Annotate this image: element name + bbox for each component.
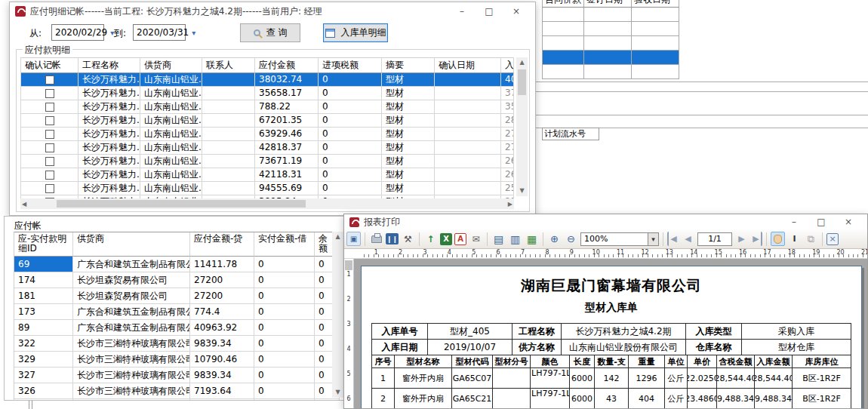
confirm-checkbox[interactable]	[45, 103, 54, 112]
next-page-icon[interactable]: ▶	[734, 232, 749, 246]
vertical-scrollbar[interactable]: ▲ ▼	[332, 232, 343, 398]
hand-tool-icon[interactable]	[771, 232, 785, 246]
table-row[interactable]: 长沙万科魅力... 山东南山铝业... 42118.31 0 型材 265	[21, 168, 514, 182]
query-button[interactable]: 查 询	[240, 23, 300, 42]
cell-supplier: 广东合和建筑五金制品有限公司	[73, 320, 190, 336]
scroll-up-icon[interactable]: ▲	[335, 232, 340, 242]
minimize-icon[interactable]: –	[448, 4, 476, 19]
table-row[interactable]: 长沙万科魅力... 山东南山铝业... 38032.74 0 型材 405	[21, 73, 514, 87]
cell-confirm-date	[435, 141, 501, 155]
from-label: 从:	[29, 27, 42, 40]
table-row[interactable]: 长沙市三湘特种玻璃有限公司	[14, 399, 340, 400]
print-preview-area[interactable]: 123456 湖南巨晟门窗幕墙有限公司 型材入库单 入库单号 型材_405 工程…	[344, 259, 867, 408]
zoom-level-select[interactable]: 100% ▾	[580, 232, 659, 246]
table-row[interactable]: 174 长沙坦森贸易有限公司 27200 0 0	[14, 272, 340, 288]
table-row[interactable]: 长沙万科魅力... 山东南山铝业... 67201.35 0 型材 283	[21, 114, 514, 128]
plan-serial-field: 计划流水号	[542, 128, 599, 140]
table-row[interactable]: 322 长沙市三湘特种玻璃有限公司 9839.34 0 0	[14, 336, 340, 352]
stockin-detail-button[interactable]: 入库单明细	[323, 23, 388, 42]
maximize-icon[interactable]: □	[476, 4, 503, 19]
chevron-down-icon[interactable]: ▾	[192, 29, 195, 37]
export-excel-icon[interactable]: X	[440, 233, 452, 245]
table-body[interactable]: 长沙万科魅力... 山东南山铝业... 38032.74 0 型材 405 长沙…	[21, 73, 514, 200]
table-row[interactable]: 长沙万科魅力... 山东南山铝业... 94555.69 0 型材 251	[21, 182, 514, 195]
table-row[interactable]: 327 长沙市三湘特种玻璃有限公司 9839.34 0 0	[14, 367, 340, 383]
table-row[interactable]: 长沙万科魅力... 山东南山铝业... 42818.37 0 型材 275	[21, 141, 514, 155]
minimize-icon[interactable]: –	[780, 214, 808, 229]
ruler-number: 4	[344, 346, 353, 371]
report-design-icon[interactable]: ▣	[346, 232, 361, 246]
cell-supplier: 长沙坦森贸易有限公司	[73, 272, 190, 288]
table-row[interactable]: 69 广东合和建筑五金制品有限公司 11411.78 0 0	[14, 257, 340, 272]
close-preview-icon[interactable]: ×	[826, 233, 839, 245]
table-body[interactable]: 69 广东合和建筑五金制品有限公司 11411.78 0 0 174 长沙坦森贸…	[14, 257, 340, 400]
table-row[interactable]: 173 广东合和建筑五金制品有限公司 774.4 0 0	[14, 304, 340, 320]
multi-page-icon[interactable]: ▦	[525, 232, 539, 246]
maximize-icon[interactable]: □	[808, 214, 835, 229]
cell-project: 长沙万科魅力...	[78, 114, 140, 128]
page-indicator[interactable]: 1/1	[697, 232, 732, 246]
column-header: 确认日期	[435, 58, 501, 73]
copy-page-icon[interactable]: ⧉	[804, 232, 818, 246]
first-page-icon[interactable]: ◀	[667, 232, 679, 246]
scroll-down-icon[interactable]: ▼	[519, 186, 524, 196]
cell-project: 长沙万科魅力...	[78, 141, 140, 155]
ruler-number: 5	[462, 249, 486, 256]
scroll-right-icon[interactable]: ▶	[508, 201, 512, 208]
save-report-icon[interactable]: ▤	[491, 232, 506, 246]
vertical-scrollbar[interactable]: ▲ ▼	[516, 57, 528, 196]
table-row[interactable]: 长沙万科魅力... 山东南山铝业... 788.22 0 型材 358	[21, 100, 514, 114]
to-date-select[interactable]: 2020/03/31 ▾	[133, 24, 186, 41]
cell-supplier: 广东合和建筑五金制品有限公司	[73, 304, 190, 320]
table-row[interactable]: 长沙万科魅力... 山东南山铝业... 35658.17 0 型材 376	[21, 87, 514, 100]
confirm-checkbox[interactable]	[45, 157, 54, 166]
cell-detail-id: 329	[14, 352, 73, 367]
zoom-out-icon[interactable]: ⊖	[564, 232, 578, 246]
column-header: 确认记帐	[21, 58, 78, 73]
scroll-left-icon[interactable]: ◀	[22, 201, 26, 208]
confirm-checkbox[interactable]	[45, 130, 54, 139]
titlebar[interactable]: 应付明细记帐------当前工程: 长沙万科魅力之城4.2期------当前用户…	[10, 2, 535, 20]
scrollbar-thumb[interactable]	[57, 200, 306, 208]
confirm-checkbox[interactable]	[45, 171, 54, 180]
print-options-icon[interactable]: ⚒	[401, 232, 415, 246]
text-select-icon[interactable]: I	[787, 232, 802, 246]
send-mail-icon[interactable]: ✉	[469, 232, 483, 246]
table-row[interactable]: 89 广东合和建筑五金制品有限公司 40963.92 0 0	[14, 320, 340, 336]
cell-contact	[202, 155, 255, 168]
confirm-checkbox[interactable]	[45, 184, 54, 193]
last-page-icon[interactable]: ▶	[751, 232, 762, 246]
cell-project: 长沙万科魅力...	[78, 100, 140, 114]
scroll-up-icon[interactable]: ▲	[519, 57, 524, 68]
scroll-down-icon[interactable]: ▼	[335, 387, 340, 398]
table-row[interactable]: 326 长沙市三湘特种玻璃有限公司 7193.64 0 0	[14, 383, 340, 399]
confirm-checkbox[interactable]	[45, 89, 54, 98]
close-icon[interactable]: ×	[503, 4, 530, 19]
confirm-checkbox[interactable]	[45, 116, 54, 125]
horizontal-scrollbar[interactable]: ◀ ▶	[20, 198, 514, 209]
print-icon[interactable]	[369, 232, 383, 246]
cell-debit: 0	[254, 367, 315, 383]
export-pdf-icon[interactable]: A	[454, 233, 466, 245]
table-row[interactable]: 329 长沙市三湘特种玻璃有限公司 10790.46 0 0	[14, 352, 340, 367]
from-date-select[interactable]: 2020/02/29 ▾	[51, 24, 104, 41]
page-setup-icon[interactable]: ❙❙	[386, 233, 399, 244]
titlebar[interactable]: 报表打印 – □ ×	[344, 214, 867, 229]
close-icon[interactable]: ×	[835, 214, 862, 229]
ruler-number: 2	[388, 249, 412, 256]
single-page-icon[interactable]: ▥	[508, 232, 522, 246]
scrollbar-thumb[interactable]	[518, 69, 526, 95]
cell-supplier: 山东南山铝业...	[140, 155, 202, 168]
confirm-checkbox[interactable]	[45, 75, 54, 85]
chevron-down-icon[interactable]: ▾	[648, 233, 658, 245]
table-row[interactable]: 长沙万科魅力... 山东南山铝业... 63929.46 0 型材 276	[21, 128, 514, 141]
export-icon[interactable]: ↑	[423, 232, 438, 246]
table-row[interactable]: 181 长沙坦森贸易有限公司 27200 0 0	[14, 288, 340, 304]
table-row[interactable]: 长沙万科魅力... 山东南山铝业... 73671.19 0 型材 266	[21, 155, 514, 168]
zoom-in-icon[interactable]: ⊕	[547, 232, 562, 246]
cell-detail-id: 322	[14, 336, 73, 352]
confirm-checkbox[interactable]	[45, 143, 54, 152]
ruler-number: 6	[486, 249, 510, 256]
prev-page-icon[interactable]: ◀	[681, 232, 695, 246]
report-detail-table: 序号型材名称型材代码型材分号颜色长度数量-支重量单位单价含税金额入库金额库房库位…	[371, 355, 851, 408]
